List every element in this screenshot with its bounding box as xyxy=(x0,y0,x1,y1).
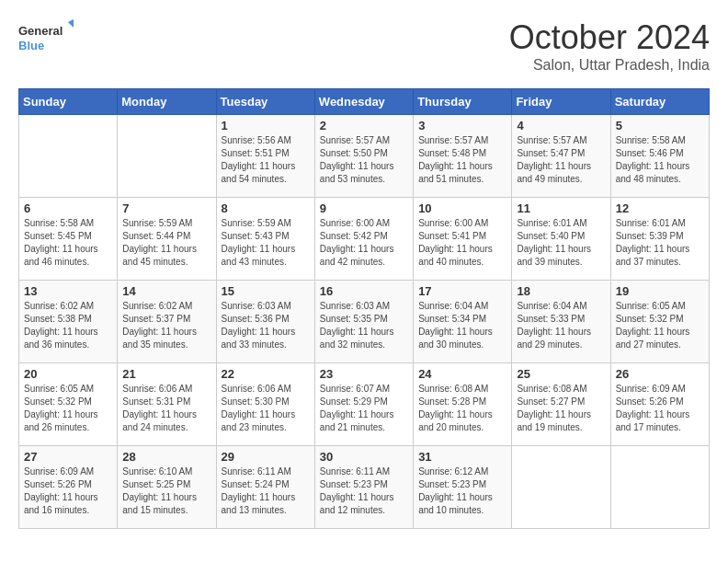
day-cell: 20Sunrise: 6:05 AM Sunset: 5:32 PM Dayli… xyxy=(19,363,118,446)
title-block: October 2024 Salon, Uttar Pradesh, India xyxy=(509,18,710,74)
day-info: Sunrise: 5:59 AM Sunset: 5:43 PM Dayligh… xyxy=(222,217,310,269)
day-number: 29 xyxy=(222,450,310,464)
col-header-monday: Monday xyxy=(118,89,216,115)
day-cell: 13Sunrise: 6:02 AM Sunset: 5:38 PM Dayli… xyxy=(19,281,118,363)
day-info: Sunrise: 5:58 AM Sunset: 5:46 PM Dayligh… xyxy=(616,134,704,186)
day-info: Sunrise: 6:03 AM Sunset: 5:35 PM Dayligh… xyxy=(320,300,408,351)
day-cell: 14Sunrise: 6:02 AM Sunset: 5:37 PM Dayli… xyxy=(118,281,216,363)
day-cell: 22Sunrise: 6:06 AM Sunset: 5:30 PM Dayli… xyxy=(216,363,314,446)
week-row-4: 20Sunrise: 6:05 AM Sunset: 5:32 PM Dayli… xyxy=(19,363,710,446)
col-header-friday: Friday xyxy=(512,89,610,115)
day-info: Sunrise: 6:04 AM Sunset: 5:34 PM Dayligh… xyxy=(418,300,506,351)
day-info: Sunrise: 5:59 AM Sunset: 5:44 PM Dayligh… xyxy=(122,217,210,269)
day-number: 1 xyxy=(222,119,310,132)
logo: General Blue xyxy=(18,18,74,59)
day-info: Sunrise: 6:06 AM Sunset: 5:30 PM Dayligh… xyxy=(222,383,310,434)
day-cell: 17Sunrise: 6:04 AM Sunset: 5:34 PM Dayli… xyxy=(414,281,512,363)
day-number: 23 xyxy=(320,367,408,381)
col-header-thursday: Thursday xyxy=(414,89,512,115)
day-info: Sunrise: 6:02 AM Sunset: 5:37 PM Dayligh… xyxy=(122,300,210,351)
day-info: Sunrise: 6:00 AM Sunset: 5:42 PM Dayligh… xyxy=(320,217,408,269)
day-info: Sunrise: 6:05 AM Sunset: 5:32 PM Dayligh… xyxy=(616,300,704,351)
day-number: 17 xyxy=(418,284,506,298)
day-cell: 9Sunrise: 6:00 AM Sunset: 5:42 PM Daylig… xyxy=(314,198,413,281)
day-cell: 21Sunrise: 6:06 AM Sunset: 5:31 PM Dayli… xyxy=(118,363,216,446)
day-info: Sunrise: 6:08 AM Sunset: 5:27 PM Dayligh… xyxy=(517,383,605,434)
day-info: Sunrise: 6:03 AM Sunset: 5:36 PM Dayligh… xyxy=(222,300,310,351)
day-number: 20 xyxy=(24,367,112,381)
day-cell: 19Sunrise: 6:05 AM Sunset: 5:32 PM Dayli… xyxy=(610,281,709,363)
day-number: 21 xyxy=(122,367,210,381)
day-number: 18 xyxy=(517,284,605,298)
day-number: 25 xyxy=(517,367,605,381)
day-cell: 4Sunrise: 5:57 AM Sunset: 5:47 PM Daylig… xyxy=(512,115,610,198)
day-number: 15 xyxy=(222,284,310,298)
day-number: 5 xyxy=(616,119,704,132)
day-info: Sunrise: 6:02 AM Sunset: 5:38 PM Dayligh… xyxy=(24,300,112,351)
month-title: October 2024 xyxy=(509,18,710,57)
week-row-2: 6Sunrise: 5:58 AM Sunset: 5:45 PM Daylig… xyxy=(19,198,710,281)
day-cell xyxy=(19,115,118,198)
day-info: Sunrise: 6:07 AM Sunset: 5:29 PM Dayligh… xyxy=(320,383,408,434)
day-number: 12 xyxy=(616,201,704,215)
day-cell: 25Sunrise: 6:08 AM Sunset: 5:27 PM Dayli… xyxy=(512,363,610,446)
day-cell: 18Sunrise: 6:04 AM Sunset: 5:33 PM Dayli… xyxy=(512,281,610,363)
day-info: Sunrise: 5:57 AM Sunset: 5:47 PM Dayligh… xyxy=(517,134,605,186)
day-cell: 10Sunrise: 6:00 AM Sunset: 5:41 PM Dayli… xyxy=(414,198,512,281)
day-info: Sunrise: 5:58 AM Sunset: 5:45 PM Dayligh… xyxy=(24,217,112,269)
day-cell: 26Sunrise: 6:09 AM Sunset: 5:26 PM Dayli… xyxy=(610,363,709,446)
day-cell: 15Sunrise: 6:03 AM Sunset: 5:36 PM Dayli… xyxy=(216,281,314,363)
day-info: Sunrise: 6:04 AM Sunset: 5:33 PM Dayligh… xyxy=(517,300,605,351)
col-header-saturday: Saturday xyxy=(610,89,709,115)
day-cell: 7Sunrise: 5:59 AM Sunset: 5:44 PM Daylig… xyxy=(118,198,216,281)
day-number: 9 xyxy=(320,201,408,215)
calendar-table: SundayMondayTuesdayWednesdayThursdayFrid… xyxy=(18,88,710,529)
svg-marker-2 xyxy=(68,18,74,29)
day-number: 3 xyxy=(418,119,506,132)
week-row-1: 1Sunrise: 5:56 AM Sunset: 5:51 PM Daylig… xyxy=(19,115,710,198)
day-cell xyxy=(610,446,709,529)
day-cell: 3Sunrise: 5:57 AM Sunset: 5:48 PM Daylig… xyxy=(414,115,512,198)
day-number: 27 xyxy=(24,450,112,464)
day-info: Sunrise: 6:06 AM Sunset: 5:31 PM Dayligh… xyxy=(122,383,210,434)
day-info: Sunrise: 6:01 AM Sunset: 5:40 PM Dayligh… xyxy=(517,217,605,269)
day-cell: 23Sunrise: 6:07 AM Sunset: 5:29 PM Dayli… xyxy=(314,363,413,446)
day-cell: 2Sunrise: 5:57 AM Sunset: 5:50 PM Daylig… xyxy=(314,115,413,198)
col-header-wednesday: Wednesday xyxy=(314,89,413,115)
day-info: Sunrise: 6:05 AM Sunset: 5:32 PM Dayligh… xyxy=(24,383,112,434)
day-number: 22 xyxy=(222,367,310,381)
day-number: 16 xyxy=(320,284,408,298)
day-info: Sunrise: 5:56 AM Sunset: 5:51 PM Dayligh… xyxy=(222,134,310,186)
week-row-3: 13Sunrise: 6:02 AM Sunset: 5:38 PM Dayli… xyxy=(19,281,710,363)
day-cell: 6Sunrise: 5:58 AM Sunset: 5:45 PM Daylig… xyxy=(19,198,118,281)
day-cell: 27Sunrise: 6:09 AM Sunset: 5:26 PM Dayli… xyxy=(19,446,118,529)
day-number: 19 xyxy=(616,284,704,298)
day-cell: 30Sunrise: 6:11 AM Sunset: 5:23 PM Dayli… xyxy=(314,446,413,529)
page-header: General Blue October 2024 Salon, Uttar P… xyxy=(18,18,710,74)
svg-text:General: General xyxy=(18,24,63,38)
day-info: Sunrise: 6:01 AM Sunset: 5:39 PM Dayligh… xyxy=(616,217,704,269)
day-cell: 24Sunrise: 6:08 AM Sunset: 5:28 PM Dayli… xyxy=(414,363,512,446)
day-number: 6 xyxy=(24,201,112,215)
day-cell xyxy=(118,115,216,198)
day-cell: 11Sunrise: 6:01 AM Sunset: 5:40 PM Dayli… xyxy=(512,198,610,281)
day-info: Sunrise: 6:11 AM Sunset: 5:23 PM Dayligh… xyxy=(320,465,408,517)
day-number: 4 xyxy=(517,119,605,132)
day-cell xyxy=(512,446,610,529)
day-info: Sunrise: 6:12 AM Sunset: 5:23 PM Dayligh… xyxy=(418,465,506,517)
day-number: 14 xyxy=(122,284,210,298)
day-info: Sunrise: 5:57 AM Sunset: 5:48 PM Dayligh… xyxy=(418,134,506,186)
day-number: 7 xyxy=(122,201,210,215)
day-cell: 5Sunrise: 5:58 AM Sunset: 5:46 PM Daylig… xyxy=(610,115,709,198)
col-header-sunday: Sunday xyxy=(19,89,118,115)
day-number: 10 xyxy=(418,201,506,215)
day-cell: 16Sunrise: 6:03 AM Sunset: 5:35 PM Dayli… xyxy=(314,281,413,363)
day-info: Sunrise: 6:10 AM Sunset: 5:25 PM Dayligh… xyxy=(122,465,210,517)
day-cell: 1Sunrise: 5:56 AM Sunset: 5:51 PM Daylig… xyxy=(216,115,314,198)
location-title: Salon, Uttar Pradesh, India xyxy=(509,57,710,74)
day-number: 28 xyxy=(122,450,210,464)
day-info: Sunrise: 6:09 AM Sunset: 5:26 PM Dayligh… xyxy=(616,383,704,434)
week-row-5: 27Sunrise: 6:09 AM Sunset: 5:26 PM Dayli… xyxy=(19,446,710,529)
col-header-tuesday: Tuesday xyxy=(216,89,314,115)
day-number: 31 xyxy=(418,450,506,464)
